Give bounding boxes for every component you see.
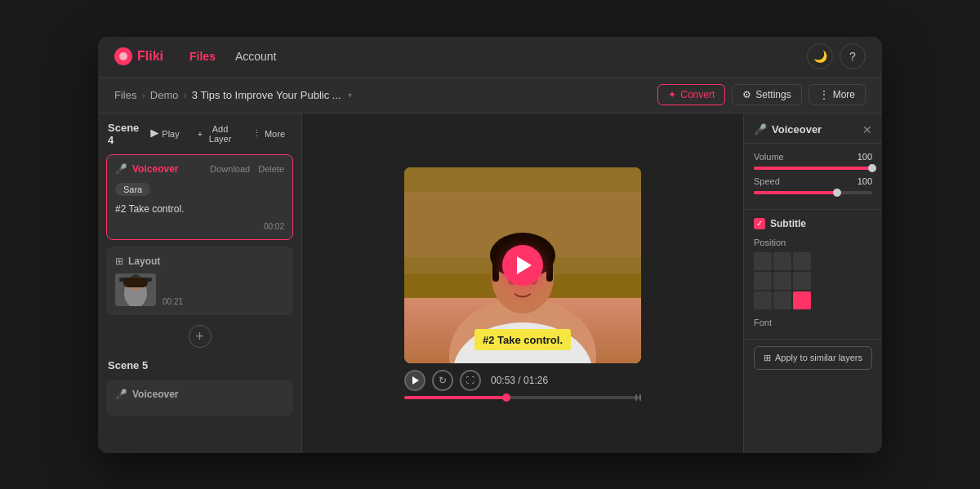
subtitle-section: ✓ Subtitle Position Font [744, 210, 882, 340]
breadcrumb-sep2: › [183, 89, 186, 101]
layout-icon: ⊞ [115, 256, 123, 267]
delete-action[interactable]: Delete [258, 164, 284, 174]
svg-rect-15 [492, 249, 499, 282]
play-triangle [517, 256, 532, 274]
scene5-mic-icon: 🎤 [115, 389, 127, 400]
progress-thumb [502, 393, 510, 402]
speed-slider[interactable] [754, 191, 872, 194]
video-container: #2 Take control. [404, 167, 641, 363]
scene-more-icon: ⋮ [252, 128, 261, 139]
voiceover-block[interactable]: 🎤 Voiceover Download Delete Sara #2 Take… [106, 154, 293, 241]
logo-text: Fliki [137, 49, 163, 64]
checkmark-icon: ✓ [756, 219, 763, 228]
settings-button[interactable]: ⚙ Settings [732, 84, 801, 105]
nav-logo: Fliki [114, 47, 163, 65]
apply-button[interactable]: ⊞ Apply to similar layers [754, 346, 872, 370]
fliki-logo-icon [114, 47, 132, 65]
volume-label: Volume [754, 152, 784, 162]
scene4-title: Scene 4 [108, 122, 139, 146]
more-button[interactable]: ⋮ More [808, 84, 866, 105]
volume-value: 100 [858, 152, 872, 162]
speed-fill [754, 191, 837, 194]
convert-button[interactable]: ✦ Convert [657, 84, 725, 105]
video-play-button[interactable] [404, 370, 425, 391]
pos-cell-ml[interactable] [754, 272, 772, 290]
panel-title: 🎤 Voiceover [754, 123, 862, 136]
pos-cell-bl[interactable] [754, 291, 772, 309]
app-window: Fliki Files Account 🌙 ? Files › Demo › 3… [98, 37, 882, 453]
layout-block-header: ⊞ Layout [115, 256, 284, 267]
svg-rect-16 [546, 249, 553, 282]
subtitle-text: #2 Take control. [483, 334, 563, 346]
apply-icon: ⊞ [764, 353, 771, 363]
controls-row: ↻ ⛶ 00:53 / 01:26 [404, 370, 641, 391]
breadcrumb-project[interactable]: 3 Tips to Improve Your Public ... [192, 89, 341, 101]
convert-icon: ✦ [668, 89, 676, 100]
subtitle-label: Subtitle [770, 218, 806, 229]
add-layer-icon: + [198, 129, 203, 139]
scene5-title: Scene 5 [108, 359, 292, 371]
nav-account[interactable]: Account [225, 45, 287, 68]
play-button[interactable]: Play [144, 127, 185, 141]
progress-bar[interactable] [404, 396, 641, 399]
voiceover-title: Voiceover [132, 163, 202, 175]
add-layer-button[interactable]: + Add Layer [191, 122, 241, 146]
left-panel: Scene 4 Play + Add Layer ⋮ More 🎤 [98, 113, 302, 453]
voiceover-block-header: 🎤 Voiceover Download Delete [115, 163, 284, 175]
dark-mode-toggle[interactable]: 🌙 [807, 43, 833, 69]
thumbnail-image [115, 273, 156, 306]
pos-cell-tc[interactable] [773, 252, 791, 270]
subtitle-checkbox[interactable]: ✓ [754, 218, 765, 229]
download-action[interactable]: Download [210, 164, 250, 174]
help-button[interactable]: ? [840, 43, 866, 69]
time-display: 00:53 / 01:26 [491, 375, 548, 386]
play-button-overlay[interactable] [502, 245, 543, 286]
pos-cell-tl[interactable] [754, 252, 772, 270]
settings-icon: ⚙ [742, 89, 751, 100]
video-expand-button[interactable]: ⛶ [460, 370, 481, 391]
speed-row: Speed 100 [754, 176, 872, 186]
pos-cell-tr[interactable] [793, 252, 811, 270]
svg-rect-6 [123, 278, 148, 287]
pos-cell-mc[interactable] [773, 272, 791, 290]
voiceover-text: #2 Take control. [115, 202, 284, 216]
breadcrumb-bar: Files › Demo › 3 Tips to Improve Your Pu… [98, 78, 882, 113]
speed-value: 100 [858, 176, 872, 186]
layout-block[interactable]: ⊞ Layout [106, 247, 293, 315]
progress-fill [404, 396, 506, 399]
video-controls: ↻ ⛶ 00:53 / 01:26 [404, 370, 641, 399]
breadcrumb-sep1: › [141, 89, 145, 101]
speed-thumb [833, 189, 841, 197]
mic-icon: 🎤 [115, 163, 127, 175]
volume-fill [754, 167, 872, 170]
toolbar-buttons: ✦ Convert ⚙ Settings ⋮ More [657, 84, 866, 105]
ctrl-play-icon [412, 376, 419, 385]
breadcrumb-chevron: ▾ [348, 91, 352, 100]
more-icon: ⋮ [819, 89, 829, 100]
pos-cell-mr[interactable] [793, 272, 811, 290]
breadcrumb-demo[interactable]: Demo [150, 89, 179, 101]
scene-more-button[interactable]: ⋮ More [246, 126, 292, 141]
nav-files[interactable]: Files [180, 45, 225, 68]
panel-close-button[interactable]: ✕ [862, 123, 872, 136]
font-label: Font [754, 318, 872, 327]
breadcrumb-files[interactable]: Files [114, 89, 136, 101]
breadcrumb: Files › Demo › 3 Tips to Improve Your Pu… [114, 89, 657, 101]
layout-title: Layout [128, 256, 284, 267]
pos-cell-bc[interactable] [773, 291, 791, 309]
voiceover-timestamp: 00:02 [115, 222, 284, 231]
video-refresh-button[interactable]: ↻ [432, 370, 453, 391]
top-nav: Fliki Files Account 🌙 ? [98, 37, 882, 78]
scene5-voiceover-block[interactable]: 🎤 Voiceover [106, 380, 293, 416]
speaker-tag[interactable]: Sara [115, 183, 150, 196]
position-label: Position [754, 238, 872, 247]
voiceover-panel-mic: 🎤 [754, 123, 767, 136]
speed-label: Speed [754, 176, 780, 186]
scene4-header: Scene 4 Play + Add Layer ⋮ More [98, 113, 301, 154]
pos-cell-br[interactable] [793, 291, 811, 309]
scene5-block-header: 🎤 Voiceover [115, 389, 284, 400]
video-panel: #2 Take control. ↻ ⛶ 00:53 / 01:26 [302, 113, 743, 453]
volume-slider[interactable] [754, 167, 872, 170]
subtitle-overlay: #2 Take control. [474, 329, 571, 350]
add-scene-button[interactable]: + [189, 325, 212, 348]
